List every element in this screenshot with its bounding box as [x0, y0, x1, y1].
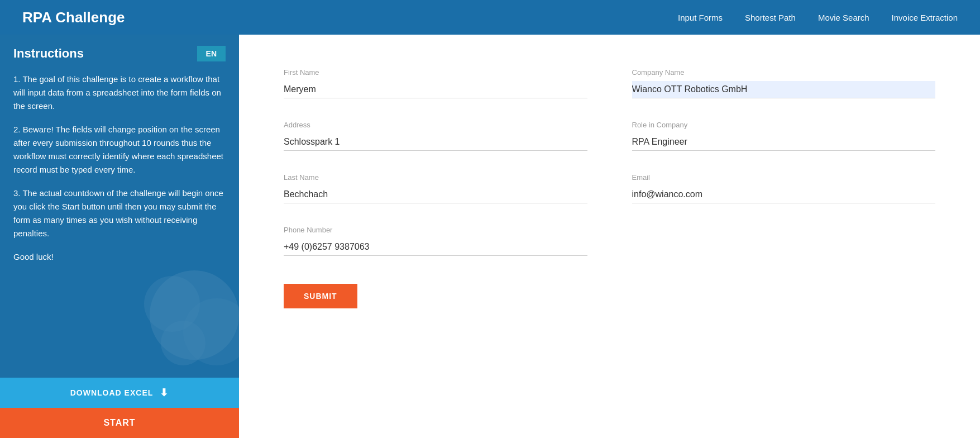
input-address[interactable] [284, 134, 587, 151]
instruction-1: 1. The goal of this challenge is to crea… [13, 73, 226, 113]
form-grid: First Name Company Name Address Role in … [284, 68, 935, 278]
input-role[interactable] [632, 134, 936, 151]
field-email: Email [632, 173, 936, 203]
sidebar: Instructions EN 1. The goal of this chal… [0, 35, 239, 438]
input-email[interactable] [632, 186, 936, 203]
sidebar-bottom: DOWNLOAD EXCEL ⬇ START [0, 378, 239, 438]
start-button[interactable]: START [0, 408, 239, 438]
field-last-name: Last Name [284, 173, 587, 203]
label-role: Role in Company [632, 121, 936, 129]
label-company-name: Company Name [632, 68, 936, 77]
main-nav: Input Forms Shortest Path Movie Search I… [678, 13, 958, 22]
empty-cell [632, 226, 936, 278]
sidebar-header: Instructions EN [13, 46, 226, 61]
good-luck: Good luck! [13, 250, 226, 264]
download-label: DOWNLOAD EXCEL [70, 388, 154, 397]
label-last-name: Last Name [284, 173, 587, 182]
field-address: Address [284, 121, 587, 151]
input-first-name[interactable] [284, 81, 587, 98]
field-phone: Phone Number [284, 226, 587, 256]
nav-shortest-path[interactable]: Shortest Path [745, 13, 796, 22]
input-last-name[interactable] [284, 186, 587, 203]
input-phone[interactable] [284, 239, 587, 256]
field-role: Role in Company [632, 121, 936, 151]
header: RPA Challenge Input Forms Shortest Path … [0, 0, 980, 35]
instruction-2: 2. Beware! The fields will change positi… [13, 123, 226, 177]
nav-movie-search[interactable]: Movie Search [818, 13, 869, 22]
sidebar-text: 1. The goal of this challenge is to crea… [13, 73, 226, 427]
app-title: RPA Challenge [22, 9, 125, 26]
instruction-3: 3. The actual countdown of the challenge… [13, 187, 226, 240]
field-first-name: First Name [284, 68, 587, 98]
label-address: Address [284, 121, 587, 129]
nav-invoice-extraction[interactable]: Invoice Extraction [892, 13, 958, 22]
label-email: Email [632, 173, 936, 182]
sidebar-title: Instructions [13, 46, 84, 61]
download-excel-button[interactable]: DOWNLOAD EXCEL ⬇ [0, 378, 239, 408]
nav-input-forms[interactable]: Input Forms [678, 13, 723, 22]
label-first-name: First Name [284, 68, 587, 77]
download-icon: ⬇ [160, 387, 169, 399]
language-badge[interactable]: EN [197, 46, 226, 61]
label-phone: Phone Number [284, 226, 587, 234]
field-company-name: Company Name [632, 68, 936, 98]
input-company-name[interactable] [632, 81, 936, 98]
submit-button[interactable]: SUBMIT [284, 284, 357, 308]
form-area: First Name Company Name Address Role in … [239, 35, 980, 438]
main-content: Instructions EN 1. The goal of this chal… [0, 35, 980, 438]
